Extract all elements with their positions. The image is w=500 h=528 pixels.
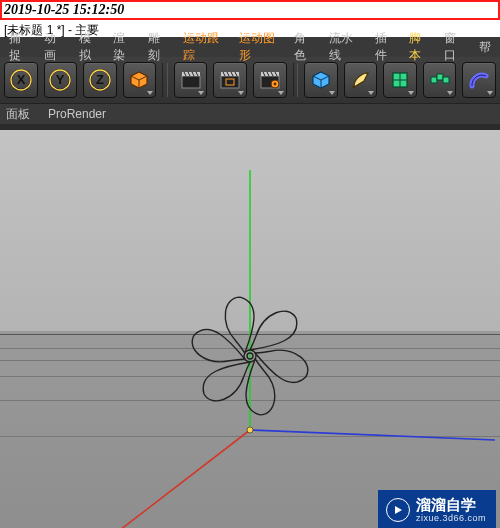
svg-rect-21 — [437, 74, 443, 80]
watermark-url: zixue.3d66.com — [416, 513, 486, 523]
spline-pen-icon[interactable] — [344, 62, 378, 98]
svg-point-26 — [247, 427, 253, 433]
menu-item-帮[interactable]: 帮 — [472, 37, 498, 58]
menu-bar: 捕捉动画模拟渲染雕刻运动跟踪运动图形角色流水线插件脚本窗口帮 — [0, 37, 500, 57]
chevron-down-icon — [408, 91, 414, 95]
play-icon — [386, 498, 410, 522]
menu-item-模拟[interactable]: 模拟 — [72, 28, 107, 66]
svg-rect-20 — [431, 77, 437, 83]
menu-item-运动图形[interactable]: 运动图形 — [232, 28, 288, 66]
svg-point-28 — [247, 353, 253, 359]
chevron-down-icon — [278, 91, 284, 95]
panel-tab-面板[interactable]: 面板 — [6, 106, 30, 123]
primitive-cube-icon[interactable] — [304, 62, 338, 98]
render-region-icon[interactable] — [213, 62, 247, 98]
menu-item-窗口[interactable]: 窗口 — [437, 28, 472, 66]
menu-item-动画[interactable]: 动画 — [37, 28, 72, 66]
timestamp-text: 2019-10-25 15:12:50 — [4, 2, 124, 17]
menu-item-雕刻[interactable]: 雕刻 — [141, 28, 176, 66]
chevron-down-icon — [329, 91, 335, 95]
bend-deformer-icon[interactable] — [462, 62, 496, 98]
svg-text:Z: Z — [96, 72, 104, 87]
chevron-down-icon — [487, 91, 493, 95]
svg-point-18 — [352, 86, 355, 89]
panel-tab-ProRender[interactable]: ProRender — [48, 107, 106, 121]
menu-item-捕捉[interactable]: 捕捉 — [2, 28, 37, 66]
chevron-down-icon — [147, 91, 153, 95]
menu-item-渲染[interactable]: 渲染 — [106, 28, 141, 66]
svg-rect-9 — [182, 76, 200, 88]
axis-x-icon[interactable]: X — [4, 62, 38, 98]
menu-item-脚本[interactable]: 脚本 — [402, 28, 437, 66]
menu-item-角色[interactable]: 角色 — [287, 28, 322, 66]
coord-system-icon[interactable] — [123, 62, 157, 98]
flower-spline[interactable] — [190, 296, 310, 416]
svg-rect-11 — [221, 76, 239, 88]
axis-y-icon[interactable]: Y — [44, 62, 78, 98]
panel-tab-bar: 面板ProRender — [0, 103, 500, 124]
axis-z-icon[interactable]: Z — [83, 62, 117, 98]
render-settings-icon[interactable] — [253, 62, 287, 98]
svg-point-17 — [273, 83, 276, 86]
svg-line-24 — [250, 430, 495, 440]
viewport-wrap: 溜溜自学 zixue.3d66.com — [0, 124, 500, 528]
chevron-down-icon — [198, 91, 204, 95]
toolbar-separator — [162, 63, 168, 97]
svg-line-25 — [120, 430, 250, 528]
viewport-3d[interactable]: 溜溜自学 zixue.3d66.com — [0, 130, 500, 528]
svg-rect-22 — [443, 77, 449, 83]
render-frame-icon[interactable] — [174, 62, 208, 98]
menu-item-流水线[interactable]: 流水线 — [322, 28, 367, 66]
array-icon[interactable] — [423, 62, 457, 98]
menu-item-运动跟踪[interactable]: 运动跟踪 — [176, 28, 232, 66]
watermark: 溜溜自学 zixue.3d66.com — [378, 490, 496, 528]
chevron-down-icon — [447, 91, 453, 95]
timestamp-bar: 2019-10-25 15:12:50 — [0, 0, 500, 20]
toolbar-separator — [293, 63, 299, 97]
chevron-down-icon — [368, 91, 374, 95]
svg-text:Y: Y — [56, 72, 65, 87]
svg-text:X: X — [16, 72, 25, 87]
chevron-down-icon — [238, 91, 244, 95]
subdivision-icon[interactable] — [383, 62, 417, 98]
menu-item-插件[interactable]: 插件 — [368, 28, 403, 66]
